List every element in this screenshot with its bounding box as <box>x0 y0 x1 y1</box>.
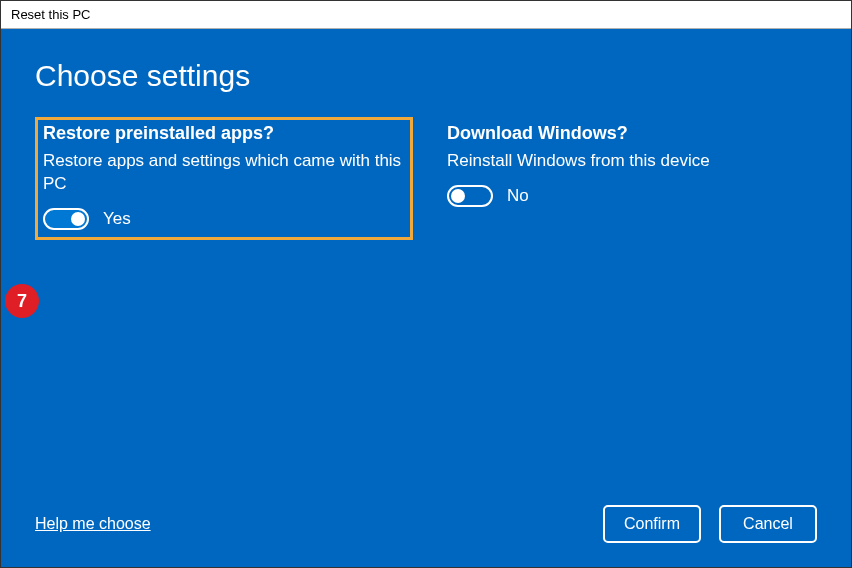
footer: Help me choose Confirm Cancel <box>35 505 817 543</box>
step-badge: 7 <box>5 284 39 318</box>
option-title: Restore preinstalled apps? <box>43 123 405 144</box>
confirm-button[interactable]: Confirm <box>603 505 701 543</box>
download-windows-toggle[interactable] <box>447 185 493 207</box>
cancel-button[interactable]: Cancel <box>719 505 817 543</box>
option-download-windows: Download Windows? Reinstall Windows from… <box>439 117 817 240</box>
footer-buttons: Confirm Cancel <box>603 505 817 543</box>
toggle-label: No <box>507 186 529 206</box>
toggle-label: Yes <box>103 209 131 229</box>
option-desc: Restore apps and settings which came wit… <box>43 150 405 196</box>
option-desc: Reinstall Windows from this device <box>447 150 809 173</box>
window-title: Reset this PC <box>11 7 90 22</box>
toggle-row: Yes <box>43 208 405 230</box>
help-me-choose-link[interactable]: Help me choose <box>35 515 151 533</box>
restore-apps-toggle[interactable] <box>43 208 89 230</box>
titlebar: Reset this PC <box>1 1 851 29</box>
page-title: Choose settings <box>35 59 817 93</box>
options-row: Restore preinstalled apps? Restore apps … <box>35 117 817 240</box>
toggle-row: No <box>447 185 809 207</box>
option-title: Download Windows? <box>447 123 809 144</box>
content-area: Choose settings Restore preinstalled app… <box>1 29 851 567</box>
toggle-knob-icon <box>71 212 85 226</box>
toggle-knob-icon <box>451 189 465 203</box>
option-restore-preinstalled: Restore preinstalled apps? Restore apps … <box>35 117 413 240</box>
window: Reset this PC Choose settings Restore pr… <box>0 0 852 568</box>
step-number: 7 <box>17 291 27 312</box>
